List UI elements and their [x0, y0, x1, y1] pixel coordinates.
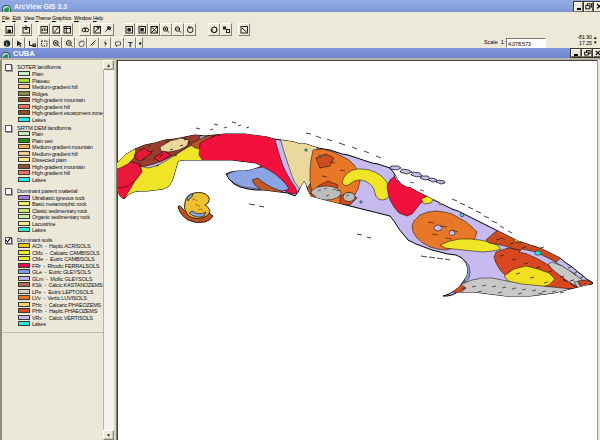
svg-text:i: i: [6, 41, 7, 47]
svg-text:T: T: [128, 40, 133, 49]
